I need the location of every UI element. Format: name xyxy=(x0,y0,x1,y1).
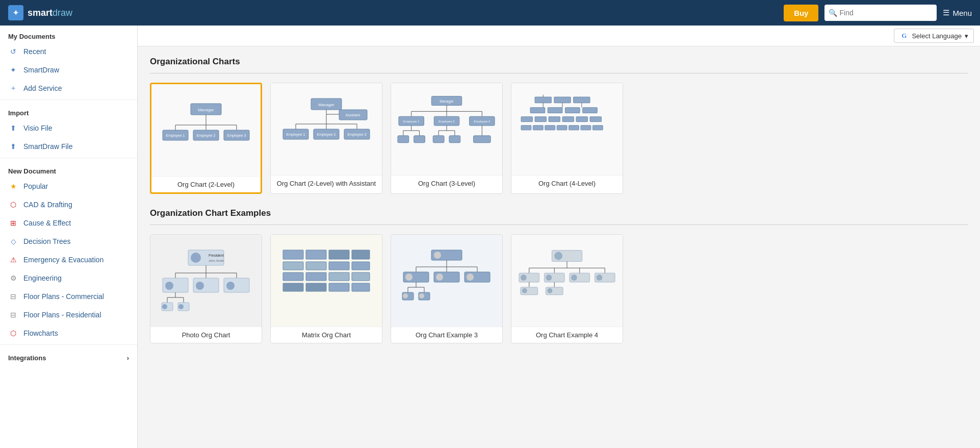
svg-rect-79 xyxy=(581,126,591,130)
svg-rect-77 xyxy=(557,126,567,130)
sidebar-item-engineering[interactable]: ⚙ Engineering xyxy=(0,269,137,287)
example-1-svg: President John Smith xyxy=(160,247,252,314)
select-language-label: Select Language xyxy=(912,32,962,40)
svg-rect-58 xyxy=(554,97,571,103)
svg-rect-109 xyxy=(306,262,326,270)
sidebar-item-cause[interactable]: ⊞ Cause & Effect xyxy=(0,214,137,232)
card-example-4[interactable]: Org Chart Example 4 xyxy=(511,234,623,343)
emergency-icon: ⚠ xyxy=(8,255,18,265)
sidebar-item-recent-label: Recent xyxy=(23,47,46,56)
svg-rect-117 xyxy=(306,283,326,291)
sidebar-item-cad[interactable]: ⬡ CAD & Drafting xyxy=(0,195,137,214)
logo-area: ✦ smartdraw xyxy=(8,5,778,20)
search-input[interactable] xyxy=(839,9,933,17)
svg-rect-118 xyxy=(329,283,349,291)
svg-point-95 xyxy=(226,282,235,290)
card-preview-org-2level-assist: Manager Assistant xyxy=(271,83,382,175)
svg-point-91 xyxy=(165,282,173,290)
svg-rect-68 xyxy=(521,117,533,122)
svg-point-130 xyxy=(436,273,443,281)
svg-point-138 xyxy=(403,293,408,298)
example-3-svg xyxy=(401,247,493,314)
svg-rect-119 xyxy=(352,283,370,291)
card-example-1[interactable]: President John Smith xyxy=(150,234,262,343)
logo-smart: smart xyxy=(28,8,53,18)
import-section: Import xyxy=(0,102,137,119)
card-example-3[interactable]: Org Chart Example 3 xyxy=(391,234,503,343)
svg-text:Employee 1: Employee 1 xyxy=(287,133,305,137)
search-area: 🔍 xyxy=(824,5,937,21)
org-charts-title: Organizational Charts xyxy=(150,57,968,67)
card-example-2[interactable]: Matrix Org Chart xyxy=(270,234,382,343)
integrations-item[interactable]: Integrations › xyxy=(0,347,137,369)
svg-text:Assistant: Assistant xyxy=(346,113,360,117)
sidebar-item-floor-res[interactable]: ⊟ Floor Plans - Residential xyxy=(0,306,137,324)
org-4level-svg xyxy=(517,91,617,167)
card-preview-org-2level: Manager Employee 1 Employee 2 xyxy=(151,84,261,176)
buy-button[interactable]: Buy xyxy=(784,5,818,21)
sidebar-item-smartdraw-file[interactable]: ⬆ SmartDraw File xyxy=(0,137,137,156)
integrations-label: Integrations xyxy=(8,354,46,362)
svg-text:Employee 2: Employee 2 xyxy=(439,120,454,123)
svg-rect-73 xyxy=(590,117,602,122)
sidebar: My Documents ↺ Recent ✦ SmartDraw ＋ Add … xyxy=(0,26,138,448)
card-preview-org-4level xyxy=(511,83,623,175)
card-preview-example-1: President John Smith xyxy=(150,235,262,327)
menu-button[interactable]: ☰ Menu xyxy=(943,8,972,17)
sidebar-item-add-service-label: Add Service xyxy=(23,84,62,92)
svg-text:Manager: Manager xyxy=(440,99,454,104)
example-2-svg xyxy=(280,247,372,314)
org-2level-assist-svg: Manager Assistant xyxy=(280,96,372,162)
new-document-section: New Document xyxy=(0,160,137,177)
card-preview-example-2 xyxy=(271,235,382,327)
chevron-right-icon: › xyxy=(127,354,129,362)
svg-rect-67 xyxy=(583,108,598,113)
svg-rect-54 xyxy=(449,136,460,143)
svg-rect-66 xyxy=(565,108,580,113)
sidebar-item-decision[interactable]: ◇ Decision Trees xyxy=(0,232,137,251)
svg-rect-57 xyxy=(535,97,551,103)
sidebar-item-cad-label: CAD & Drafting xyxy=(23,201,72,209)
sidebar-item-recent[interactable]: ↺ Recent xyxy=(0,42,137,61)
sidebar-item-engineering-label: Engineering xyxy=(23,274,62,282)
org-2level-svg: Manager Employee 1 Employee 2 xyxy=(160,99,252,161)
svg-text:Employee 2: Employee 2 xyxy=(317,133,336,137)
card-label-example-2: Matrix Org Chart xyxy=(271,327,382,343)
card-preview-example-3 xyxy=(391,235,502,327)
svg-text:Employee 1: Employee 1 xyxy=(403,120,420,123)
sidebar-item-floor-comm[interactable]: ⊟ Floor Plans - Commercial xyxy=(0,287,137,306)
svg-rect-115 xyxy=(352,272,370,281)
floor-res-icon: ⊟ xyxy=(8,310,18,320)
main-content: G Select Language ▾ Organizational Chart… xyxy=(138,26,980,448)
sidebar-item-add-service[interactable]: ＋ Add Service xyxy=(0,79,137,97)
sidebar-item-visio-label: Visio File xyxy=(23,124,53,132)
hamburger-icon: ☰ xyxy=(943,8,949,17)
svg-rect-107 xyxy=(352,250,370,259)
svg-point-128 xyxy=(405,273,412,281)
svg-point-93 xyxy=(196,282,204,290)
sidebar-item-emergency[interactable]: ⚠ Emergency & Evacuation xyxy=(0,251,137,269)
sidebar-item-emergency-label: Emergency & Evacuation xyxy=(23,256,104,264)
sidebar-item-floor-res-label: Floor Plans - Residential xyxy=(23,311,101,319)
sidebar-item-smartdraw[interactable]: ✦ SmartDraw xyxy=(0,61,137,79)
card-org-4level[interactable]: Org Chart (4-Level) xyxy=(511,83,623,194)
card-preview-org-3level: Manager Employee 1 Employee 2 xyxy=(391,83,502,175)
add-service-icon: ＋ xyxy=(8,83,18,93)
card-org-3level[interactable]: Manager Employee 1 Employee 2 xyxy=(391,83,503,194)
card-org-2level-assist[interactable]: Manager Assistant xyxy=(270,83,382,194)
layout: My Documents ↺ Recent ✦ SmartDraw ＋ Add … xyxy=(0,26,980,448)
sidebar-item-flowcharts[interactable]: ⬡ Flowcharts xyxy=(0,324,137,342)
svg-point-101 xyxy=(162,304,167,309)
smartdraw-icon: ✦ xyxy=(8,65,18,75)
svg-rect-56 xyxy=(473,136,491,143)
select-language-button[interactable]: G Select Language ▾ xyxy=(894,29,974,43)
my-documents-section: My Documents xyxy=(0,26,137,42)
sidebar-item-popular[interactable]: ★ Popular xyxy=(0,177,137,195)
card-org-2level[interactable]: Manager Employee 1 Employee 2 xyxy=(150,83,262,194)
sidebar-item-visio[interactable]: ⬆ Visio File xyxy=(0,119,137,137)
sidebar-item-popular-label: Popular xyxy=(23,182,48,190)
visio-icon: ⬆ xyxy=(8,123,18,133)
svg-rect-70 xyxy=(549,117,560,122)
search-icon: 🔍 xyxy=(829,9,837,17)
sidebar-item-smartdraw-label: SmartDraw xyxy=(23,66,59,74)
